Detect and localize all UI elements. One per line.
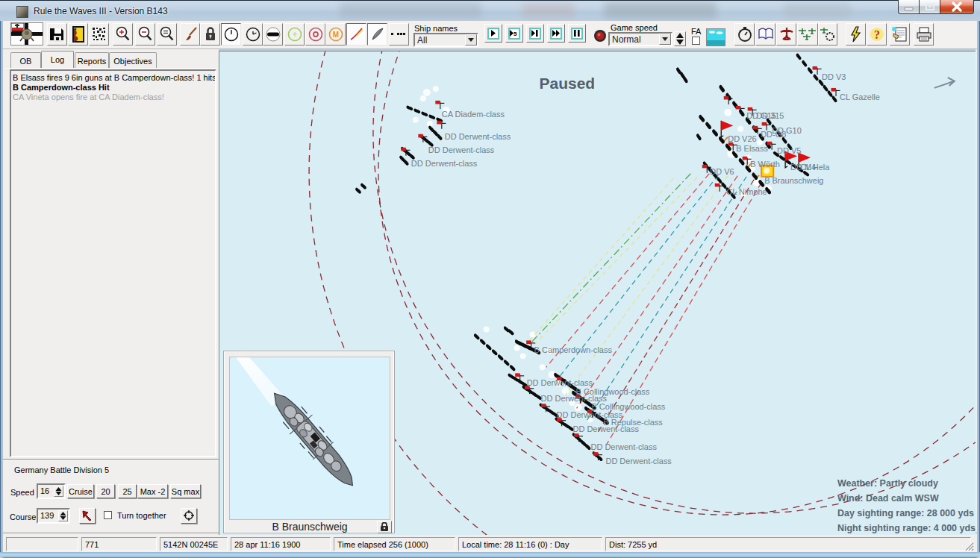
svg-text:DD V26: DD V26 xyxy=(728,134,756,143)
svg-text:DD Derwent-class: DD Derwent-class xyxy=(573,424,640,433)
svg-text:?: ? xyxy=(874,28,880,41)
svg-text:Night sighting range: 4 000 yd: Night sighting range: 4 000 yds xyxy=(837,523,976,533)
svg-text:CA Diadem-class: CA Diadem-class xyxy=(442,110,505,119)
svg-text:DD-G8: DD-G8 xyxy=(761,130,786,139)
svg-text:DD Derwent-class: DD Derwent-class xyxy=(411,159,478,168)
svg-text:B Braunschweig: B Braunschweig xyxy=(764,176,823,185)
svg-text:DD Derwent-class: DD Derwent-class xyxy=(591,442,658,451)
svg-text:CL Gazelle: CL Gazelle xyxy=(840,93,880,101)
svg-text:DD Derwent-class: DD Derwent-class xyxy=(428,145,495,154)
svg-text:Day sighting range: 28 000 yds: Day sighting range: 28 000 yds xyxy=(837,508,974,518)
svg-text:CL Hela: CL Hela xyxy=(800,163,830,172)
svg-text:B Camperdown-class: B Camperdown-class xyxy=(534,345,613,354)
svg-text:B Elsass: B Elsass xyxy=(736,144,768,153)
svg-text:B Wörth: B Wörth xyxy=(750,160,780,169)
svg-text:5: 5 xyxy=(514,31,517,37)
svg-text:DD Derwent-class: DD Derwent-class xyxy=(527,378,593,387)
svg-text:DD Derwent-class: DD Derwent-class xyxy=(605,457,672,465)
svg-text:Paused: Paused xyxy=(540,75,596,92)
svg-text:CL Nimphe: CL Nimphe xyxy=(726,187,767,196)
svg-text:DD V6: DD V6 xyxy=(710,167,734,176)
svg-text:DD Derwent-class: DD Derwent-class xyxy=(445,132,511,141)
svg-text:Weather: Partly cloudy: Weather: Partly cloudy xyxy=(837,478,938,489)
svg-text:DD V3: DD V3 xyxy=(822,72,846,81)
svg-text:M: M xyxy=(332,31,338,39)
svg-text:Wind: Dead calm WSW: Wind: Dead calm WSW xyxy=(837,493,939,504)
svg-text:DD 315: DD 315 xyxy=(756,111,784,120)
svg-text:DD V5: DD V5 xyxy=(777,146,801,155)
